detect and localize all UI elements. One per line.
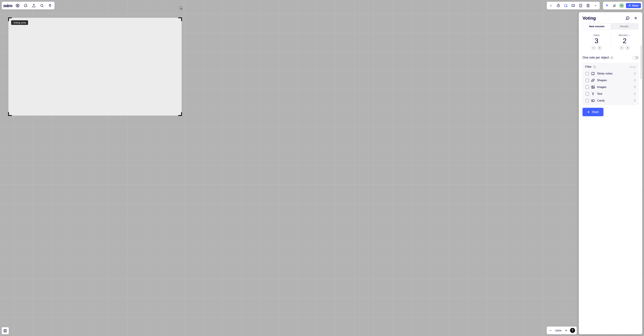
filter-checkbox[interactable] (586, 79, 589, 82)
minutes-increment[interactable]: + (626, 46, 630, 50)
settings-button[interactable] (15, 3, 20, 9)
panel-tabs: New session Results (582, 23, 638, 30)
svg-point-24 (592, 86, 593, 87)
filter-row-sticky-notes: Sticky notes 0 (585, 70, 636, 77)
estimation-button[interactable]: 3 (578, 3, 584, 9)
smiley-chat-icon (626, 16, 630, 20)
notes-button[interactable] (585, 3, 591, 9)
svg-line-3 (42, 6, 43, 7)
more-apps-button[interactable] (593, 3, 598, 9)
filter-count: 0 (634, 86, 636, 89)
svg-point-2 (41, 5, 43, 7)
filter-box: Filter ? Reset Sticky notes 0 Shapes 0 (582, 63, 638, 105)
share-button[interactable]: Share (626, 3, 641, 8)
miro-logo[interactable]: miro (4, 3, 12, 8)
filter-name: Shapes (597, 79, 632, 82)
search-button[interactable] (39, 3, 45, 9)
svg-point-15 (629, 5, 630, 6)
search-icon (40, 4, 44, 8)
svg-point-22 (593, 79, 594, 81)
svg-text:3: 3 (580, 5, 581, 7)
help-button[interactable]: ? (570, 328, 575, 333)
votes-label: Votes (593, 34, 600, 37)
filter-row-text: T Text 0 (585, 91, 636, 97)
frame-corner (178, 18, 182, 21)
notifications-button[interactable] (23, 3, 28, 9)
close-panel-button[interactable] (633, 15, 638, 21)
minutes-label-text: Minutes (619, 34, 628, 37)
chevron-down-icon (628, 34, 631, 36)
avatar-initials: ES (620, 5, 623, 7)
filter-count: 0 (634, 99, 636, 102)
filter-count: 0 (634, 92, 636, 95)
toolbar-top-left: miro (2, 2, 54, 10)
zoom-in-button[interactable] (564, 328, 568, 332)
filter-checkbox[interactable] (586, 85, 589, 89)
filter-row-images: Images 0 (585, 84, 636, 91)
timer-button[interactable] (556, 3, 561, 9)
reactions-button[interactable] (612, 3, 618, 9)
minus-icon (549, 329, 552, 332)
voting-area-frame[interactable] (8, 18, 182, 116)
svg-point-0 (17, 5, 18, 6)
help-icon[interactable]: ? (593, 65, 596, 68)
svg-text:T: T (592, 92, 594, 96)
gear-icon (16, 4, 20, 8)
minutes-decrement[interactable]: − (619, 46, 624, 50)
voting-button[interactable] (563, 3, 569, 9)
counters: Votes 3 − + Minutes 2 − + (582, 33, 638, 51)
voting-area-label: Voting area (11, 20, 28, 25)
presentation-button[interactable] (570, 3, 576, 9)
user-avatar[interactable]: ES (619, 3, 624, 8)
panel-scrollbar[interactable] (640, 45, 642, 79)
filter-checkbox[interactable] (586, 99, 589, 102)
feedback-button[interactable] (625, 15, 630, 21)
help-icon[interactable]: ? (610, 56, 614, 59)
filter-checkbox[interactable] (586, 92, 589, 96)
tab-new-session[interactable]: New session (583, 24, 610, 29)
svg-rect-31 (5, 329, 6, 332)
svg-rect-30 (4, 329, 5, 332)
start-label: Start (592, 110, 599, 114)
panel-title: Voting (582, 16, 596, 21)
one-vote-toggle[interactable] (632, 56, 638, 59)
notes-icon (586, 4, 590, 8)
upload-icon (32, 4, 36, 8)
one-vote-row: One vote per object ? (579, 53, 642, 62)
share-label: Share (632, 4, 638, 7)
frame-corner (178, 112, 182, 116)
apps-button[interactable] (47, 3, 53, 9)
minutes-label[interactable]: Minutes (619, 34, 631, 37)
filter-title: Filter (585, 65, 592, 69)
votes-value: 3 (582, 37, 610, 45)
close-icon (634, 16, 638, 20)
collapse-toolbar-button[interactable] (548, 3, 554, 9)
panel-header: Voting (579, 12, 642, 23)
filter-name: Images (597, 85, 632, 89)
minutes-counter: Minutes 2 − + (611, 33, 639, 51)
people-icon (628, 4, 631, 7)
presentation-icon (571, 4, 575, 8)
zoom-out-button[interactable] (548, 328, 553, 332)
zoom-percent[interactable]: 100% (554, 329, 562, 332)
votes-decrement[interactable]: − (591, 46, 596, 50)
image-icon (591, 85, 595, 89)
frames-icon (4, 329, 7, 332)
svg-point-6 (566, 6, 567, 7)
tab-results[interactable]: Results (610, 24, 638, 29)
filter-reset[interactable]: Reset (629, 66, 636, 68)
frames-panel-button[interactable] (2, 327, 9, 334)
plug-icon (48, 4, 52, 8)
one-vote-label: One vote per object (582, 56, 609, 59)
svg-marker-8 (573, 5, 574, 6)
export-button[interactable] (31, 3, 37, 9)
filter-checkbox[interactable] (586, 72, 589, 75)
cursor-tracking-button[interactable] (604, 3, 610, 9)
minutes-value: 2 (611, 37, 639, 45)
votes-increment[interactable]: + (597, 46, 602, 50)
toolbar-presence: ES Share (603, 2, 642, 10)
svg-rect-28 (592, 100, 593, 100)
mouse-cursor-icon (180, 6, 183, 10)
shapes-icon (591, 79, 595, 82)
start-button[interactable]: Start (582, 108, 604, 116)
